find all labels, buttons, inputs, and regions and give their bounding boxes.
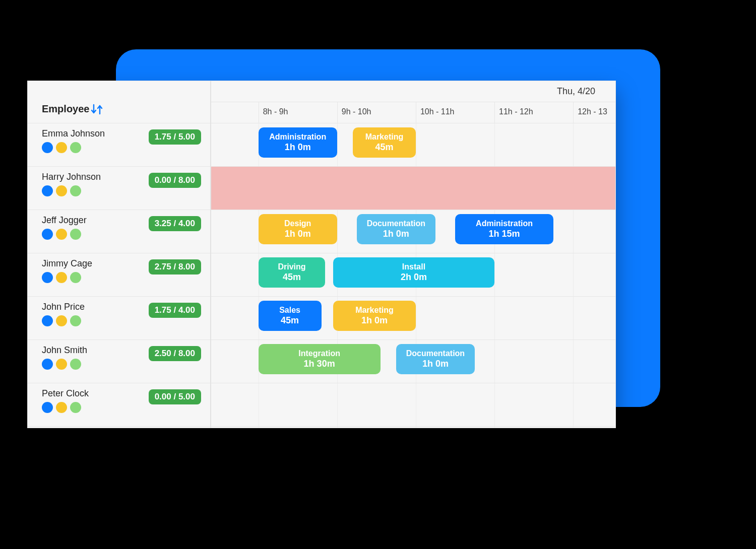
dot-blue-icon <box>42 272 53 283</box>
employee-column-header[interactable]: Employee <box>28 81 210 123</box>
dot-yellow-icon <box>56 185 67 196</box>
task-title: Documentation <box>400 349 471 358</box>
dot-blue-icon <box>42 359 53 370</box>
timeline-row[interactable]: Design1h 0mDocumentation1h 0mAdministrat… <box>211 210 615 253</box>
task-title: Marketing <box>337 306 412 315</box>
task-title: Driving <box>263 262 322 271</box>
task-block[interactable]: Integration1h 30m <box>259 344 381 374</box>
dot-yellow-icon <box>56 402 67 413</box>
task-block[interactable]: Sales45m <box>259 301 322 331</box>
timeline-body[interactable]: Administration1h 0mMarketing45mDesign1h … <box>211 123 615 428</box>
task-block[interactable]: Marketing1h 0m <box>333 301 416 331</box>
status-dots <box>42 272 92 283</box>
task-duration: 1h 15m <box>459 229 549 239</box>
timeline-row[interactable] <box>211 383 615 427</box>
status-dots <box>42 402 89 413</box>
task-title: Marketing <box>357 132 412 142</box>
timeline-hours-row: 8h - 9h9h - 10h10h - 11h11h - 12h12h - 1… <box>211 102 615 123</box>
employee-name: Harry Johnson <box>42 172 101 182</box>
hour-header[interactable]: 12h - 13 <box>573 102 616 123</box>
timeline-row[interactable]: Administration1h 0mMarketing45m <box>211 123 615 167</box>
hours-badge: 1.75 / 5.00 <box>149 129 201 145</box>
employee-row[interactable]: Jeff Jogger3.25 / 4.00 <box>28 210 210 253</box>
employee-name: Jeff Jogger <box>42 215 87 226</box>
hours-badge: 1.75 / 4.00 <box>149 303 201 318</box>
dot-blue-icon <box>42 315 53 326</box>
task-block[interactable]: Marketing45m <box>353 127 416 158</box>
dot-blue-icon <box>42 142 53 153</box>
dot-blue-icon <box>42 402 53 413</box>
employee-sidebar: Employee Emma Johnson1.75 / 5.00Harry Jo… <box>28 81 211 428</box>
task-title: Install <box>337 262 490 271</box>
dot-green-icon <box>70 272 81 283</box>
task-title: Administration <box>263 132 333 142</box>
employee-name: John Smith <box>42 345 87 356</box>
task-duration: 45m <box>263 316 318 326</box>
dot-yellow-icon <box>56 359 67 370</box>
timeline: Thu, 4/20 8h - 9h9h - 10h10h - 11h11h - … <box>211 81 615 428</box>
timeline-row[interactable]: Sales45mMarketing1h 0m <box>211 297 615 340</box>
scheduler-panel: Employee Emma Johnson1.75 / 5.00Harry Jo… <box>27 81 616 428</box>
task-title: Sales <box>263 306 318 315</box>
task-title: Administration <box>459 219 549 228</box>
employee-name: Jimmy Cage <box>42 258 92 269</box>
dot-green-icon <box>70 142 81 153</box>
employee-row[interactable]: John Price1.75 / 4.00 <box>28 297 210 340</box>
status-dots <box>42 229 87 240</box>
hour-header[interactable]: 8h - 9h <box>259 102 337 123</box>
employee-row[interactable]: Harry Johnson0.00 / 8.00 <box>28 167 210 210</box>
hour-header[interactable]: 11h - 12h <box>494 102 573 123</box>
task-duration: 1h 0m <box>263 229 333 239</box>
timeline-row[interactable]: Integration1h 30mDocumentation1h 0m <box>211 340 615 383</box>
hours-badge: 0.00 / 8.00 <box>149 173 201 188</box>
dot-green-icon <box>70 359 81 370</box>
employee-row[interactable]: John Smith2.50 / 8.00 <box>28 340 210 383</box>
timeline-date: Thu, 4/20 <box>211 81 615 102</box>
status-dots <box>42 185 101 196</box>
employee-name: Peter Clock <box>42 388 89 399</box>
dot-yellow-icon <box>56 142 67 153</box>
sort-icon[interactable] <box>90 104 104 115</box>
hours-badge: 2.75 / 8.00 <box>149 259 201 274</box>
hour-header[interactable]: 9h - 10h <box>337 102 416 123</box>
employee-row[interactable]: Peter Clock0.00 / 5.00 <box>28 383 210 427</box>
timeline-row[interactable]: Driving45mInstall2h 0m <box>211 253 615 297</box>
task-duration: 1h 0m <box>337 316 412 326</box>
task-block[interactable]: Administration1h 15m <box>455 214 553 244</box>
task-block[interactable]: Administration1h 0m <box>259 127 337 158</box>
task-title: Integration <box>263 349 376 358</box>
hours-badge: 3.25 / 4.00 <box>149 216 201 231</box>
dot-blue-icon <box>42 229 53 240</box>
task-duration: 1h 30m <box>263 359 376 369</box>
task-duration: 1h 0m <box>263 143 333 153</box>
task-block[interactable]: Design1h 0m <box>259 214 337 244</box>
task-duration: 45m <box>263 272 322 283</box>
task-block[interactable]: Driving45m <box>259 257 326 288</box>
task-duration: 1h 0m <box>361 229 431 239</box>
task-block[interactable]: Documentation1h 0m <box>396 344 475 374</box>
hour-header[interactable]: 10h - 11h <box>416 102 494 123</box>
employee-row[interactable]: Jimmy Cage2.75 / 8.00 <box>28 253 210 297</box>
employee-name: John Price <box>42 302 85 312</box>
dot-yellow-icon <box>56 315 67 326</box>
dot-green-icon <box>70 229 81 240</box>
status-dots <box>42 142 105 153</box>
dot-blue-icon <box>42 185 53 196</box>
hours-badge: 2.50 / 8.00 <box>149 346 201 361</box>
employee-row[interactable]: Emma Johnson1.75 / 5.00 <box>28 123 210 167</box>
task-duration: 1h 0m <box>400 359 471 369</box>
dot-green-icon <box>70 402 81 413</box>
task-title: Design <box>263 219 333 228</box>
dot-yellow-icon <box>56 272 67 283</box>
hours-badge: 0.00 / 5.00 <box>149 389 201 404</box>
status-dots <box>42 359 87 370</box>
task-title: Documentation <box>361 219 431 228</box>
task-block[interactable]: Install2h 0m <box>333 257 494 288</box>
dot-yellow-icon <box>56 229 67 240</box>
timeline-row[interactable] <box>211 167 615 210</box>
status-dots <box>42 315 85 326</box>
task-block[interactable]: Documentation1h 0m <box>357 214 435 244</box>
employee-header-label: Employee <box>42 103 89 115</box>
dot-green-icon <box>70 185 81 196</box>
employee-name: Emma Johnson <box>42 128 105 139</box>
